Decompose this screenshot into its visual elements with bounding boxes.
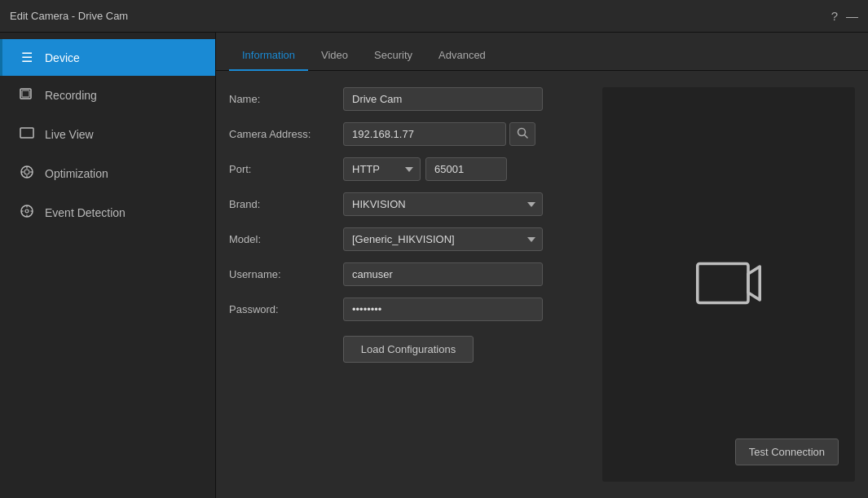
form-content: Name: Camera Address: xyxy=(216,71,868,498)
camera-preview-panel: Test Connection xyxy=(602,87,855,482)
test-connection-button[interactable]: Test Connection xyxy=(735,439,839,465)
title-bar-controls: ? — xyxy=(831,9,858,23)
brand-row: Brand: HIKVISION Dahua Axis Generic xyxy=(229,192,586,216)
sidebar-item-recording[interactable]: Recording xyxy=(0,76,215,115)
load-config-row: Load Configurations xyxy=(229,333,586,363)
port-protocol-select[interactable]: HTTP HTTPS RTSP xyxy=(343,157,421,181)
svg-marker-19 xyxy=(748,267,760,300)
port-group: HTTP HTTPS RTSP xyxy=(343,157,507,181)
name-label: Name: xyxy=(229,93,335,105)
name-row: Name: xyxy=(229,87,586,111)
event-detection-icon xyxy=(19,204,35,222)
password-label: Password: xyxy=(229,303,335,315)
port-number-input[interactable] xyxy=(425,157,507,181)
password-input[interactable] xyxy=(343,297,543,321)
live-view-icon xyxy=(19,126,35,143)
svg-point-11 xyxy=(25,209,29,213)
brand-label: Brand: xyxy=(229,198,335,210)
camera-address-row: Camera Address: xyxy=(229,122,586,146)
sidebar-item-device[interactable]: ☰ Device xyxy=(0,39,215,76)
camera-address-label: Camera Address: xyxy=(229,128,335,140)
recording-icon xyxy=(19,86,35,104)
svg-line-17 xyxy=(525,135,528,139)
svg-rect-2 xyxy=(20,128,33,138)
username-label: Username: xyxy=(229,268,335,280)
minimize-icon[interactable]: — xyxy=(846,9,858,23)
sidebar-item-event-detection[interactable]: Event Detection xyxy=(0,193,215,232)
model-row: Model: [Generic_HIKVISION] [Generic] xyxy=(229,227,586,251)
camera-address-group xyxy=(343,122,535,146)
help-icon[interactable]: ? xyxy=(831,9,838,23)
username-row: Username: xyxy=(229,262,586,286)
sidebar-label-event-detection: Event Detection xyxy=(45,206,126,219)
form-fields: Name: Camera Address: xyxy=(229,87,586,482)
camera-search-button[interactable] xyxy=(509,122,535,146)
load-configurations-button[interactable]: Load Configurations xyxy=(343,336,474,363)
sidebar: ☰ Device Recording Live View xyxy=(0,33,216,498)
tab-advanced[interactable]: Advanced xyxy=(425,41,499,71)
window-title: Edit Camera - Drive Cam xyxy=(10,10,128,22)
main-content: Information Video Security Advanced Name… xyxy=(216,33,868,498)
username-input[interactable] xyxy=(343,262,543,286)
svg-rect-3 xyxy=(24,130,29,136)
title-bar: Edit Camera - Drive Cam ? — xyxy=(0,0,868,33)
name-input[interactable] xyxy=(343,87,543,111)
model-select[interactable]: [Generic_HIKVISION] [Generic] xyxy=(343,227,543,251)
port-label: Port: xyxy=(229,163,335,175)
device-icon: ☰ xyxy=(19,50,35,65)
tab-bar: Information Video Security Advanced xyxy=(216,33,868,71)
svg-rect-1 xyxy=(22,90,29,97)
svg-rect-18 xyxy=(698,264,748,303)
optimization-icon xyxy=(19,165,35,183)
sidebar-item-optimization[interactable]: Optimization xyxy=(0,154,215,193)
camera-address-input[interactable] xyxy=(343,122,506,146)
sidebar-item-live-view[interactable]: Live View xyxy=(0,115,215,154)
port-row: Port: HTTP HTTPS RTSP xyxy=(229,157,586,181)
sidebar-label-device: Device xyxy=(45,51,80,64)
main-layout: ☰ Device Recording Live View xyxy=(0,33,868,498)
camera-preview-icon xyxy=(696,257,761,312)
model-label: Model: xyxy=(229,233,335,245)
tab-video[interactable]: Video xyxy=(308,41,361,71)
password-row: Password: xyxy=(229,297,586,321)
tab-information[interactable]: Information xyxy=(229,41,308,71)
sidebar-label-recording: Recording xyxy=(45,89,97,102)
brand-select[interactable]: HIKVISION Dahua Axis Generic xyxy=(343,192,543,216)
tab-security[interactable]: Security xyxy=(361,41,425,71)
sidebar-label-optimization: Optimization xyxy=(45,167,108,180)
svg-point-5 xyxy=(24,170,29,174)
sidebar-label-live-view: Live View xyxy=(45,128,94,141)
